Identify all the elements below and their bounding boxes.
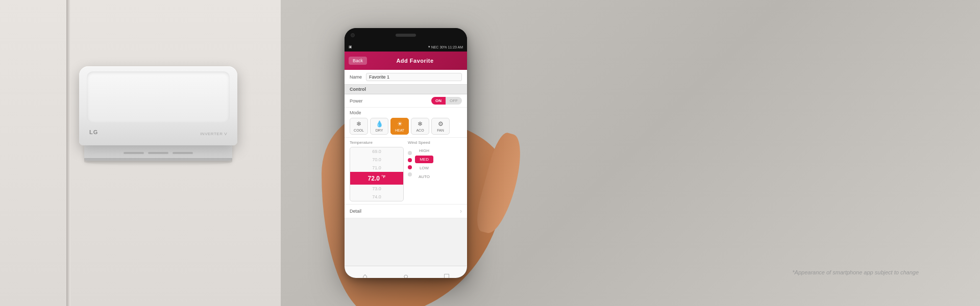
wind-dot-auto — [408, 172, 412, 176]
cool-icon: ❄ — [356, 120, 361, 128]
wind-speed-section: Wind Speed HIGH MED LOW — [408, 140, 462, 201]
dry-icon: 💧 — [376, 120, 383, 128]
phone-hand-container: ▣ ▾ NEC 30% 11:23 AM Back Add Favorite N… — [296, 0, 531, 306]
aco-label: ACO — [416, 129, 424, 132]
detail-arrow: › — [460, 208, 462, 215]
wind-dot-med — [408, 158, 412, 162]
mode-row: Mode ❄ COOL 💧 DRY ☀ HEAT — [345, 108, 467, 138]
phone-camera — [351, 33, 355, 37]
wind-dot-high — [408, 151, 412, 155]
mode-fan[interactable]: ⚙ FAN — [431, 118, 450, 135]
wind-dots — [408, 147, 412, 176]
ac-front-panel — [87, 71, 230, 122]
status-right-icons: ▾ NEC 30% 11:23 AM — [428, 45, 463, 49]
app-title: Add Favorite — [367, 58, 463, 64]
mode-buttons: ❄ COOL 💧 DRY ☀ HEAT ❄ A — [350, 118, 462, 135]
signal-icon: NEC — [431, 45, 439, 49]
back-button[interactable]: Back — [349, 57, 367, 65]
wind-levels: HIGH MED LOW AUTO — [415, 147, 433, 181]
temp-71: 71.0 — [350, 164, 403, 172]
scene: LG INVERTER V ▣ ▾ — [0, 0, 980, 306]
temperature-scroll[interactable]: 69.0 70.0 71.0 72.0 °F 73.0 74.0 — [350, 147, 404, 201]
temperature-section: Temperature 69.0 70.0 71.0 72.0 °F 73.0 … — [350, 140, 404, 201]
power-on-button[interactable]: ON — [431, 97, 446, 105]
power-toggle[interactable]: ON OFF — [431, 97, 462, 105]
power-row: Power ON OFF — [345, 94, 467, 108]
clock: 11:23 AM — [448, 45, 463, 49]
dry-label: DRY — [376, 129, 383, 132]
mode-dry[interactable]: 💧 DRY — [370, 118, 388, 135]
heat-icon: ☀ — [397, 120, 403, 128]
phone: ▣ ▾ NEC 30% 11:23 AM Back Add Favorite N… — [345, 28, 467, 278]
mode-aco[interactable]: ❄ ACO — [411, 118, 429, 135]
ac-unit: LG INVERTER V — [79, 66, 237, 158]
disclaimer: *Appearance of smartphone app subject to… — [792, 269, 919, 275]
name-field-row: Name Favorite 1 — [345, 70, 467, 85]
ac-vents — [124, 152, 193, 154]
mode-label: Mode — [350, 110, 462, 115]
ac-shadow — [84, 158, 232, 166]
mode-cool[interactable]: ❄ COOL — [350, 118, 368, 135]
app-header: Back Add Favorite — [345, 52, 467, 70]
fan-label: FAN — [437, 129, 444, 132]
ac-vent — [124, 152, 144, 154]
status-icons: ▣ — [349, 45, 352, 49]
home-nav-icon[interactable]: ○ — [403, 272, 408, 278]
phone-speaker — [396, 34, 416, 37]
battery-level: 30% — [439, 45, 447, 49]
fan-icon: ⚙ — [438, 120, 444, 128]
name-label: Name — [350, 74, 362, 80]
status-bar: ▣ ▾ NEC 30% 11:23 AM — [345, 42, 467, 52]
ac-badge: INVERTER V — [200, 132, 227, 136]
ac-logo: LG — [89, 129, 98, 135]
temp-69: 69.0 — [350, 147, 403, 156]
power-off-button[interactable]: OFF — [446, 97, 462, 105]
control-section-label: Control — [345, 85, 467, 94]
mode-heat[interactable]: ☀ HEAT — [390, 118, 409, 135]
app-screen: Back Add Favorite Name Favorite 1 Contro… — [345, 52, 467, 266]
wind-auto[interactable]: AUTO — [415, 173, 433, 181]
wifi-icon: ▾ — [428, 45, 430, 49]
menu-nav-icon[interactable]: □ — [444, 272, 449, 278]
ac-vent — [148, 152, 168, 154]
heat-label: HEAT — [395, 129, 404, 132]
wind-dot-low — [408, 165, 412, 169]
power-label: Power — [350, 98, 363, 104]
detail-row[interactable]: Detail › — [345, 205, 467, 218]
wall-edge — [66, 0, 70, 306]
name-input[interactable]: Favorite 1 — [366, 73, 462, 81]
phone-bottom-nav: ⌂ ○ □ — [345, 266, 467, 278]
wind-low[interactable]: LOW — [415, 164, 433, 172]
ac-body: LG INVERTER V — [79, 66, 237, 145]
wind-speed-label: Wind Speed — [408, 140, 462, 145]
temp-wind-row: Temperature 69.0 70.0 71.0 72.0 °F 73.0 … — [345, 138, 467, 205]
temp-74: 74.0 — [350, 193, 403, 201]
wind-controls: HIGH MED LOW AUTO — [408, 147, 462, 181]
detail-label: Detail — [350, 209, 361, 214]
temp-70: 70.0 — [350, 156, 403, 164]
cool-label: COOL — [354, 129, 364, 132]
temp-73: 73.0 — [350, 185, 403, 193]
back-nav-icon[interactable]: ⌂ — [362, 272, 368, 278]
temp-unit: °F — [381, 174, 385, 179]
wind-high[interactable]: HIGH — [415, 147, 433, 155]
temperature-label: Temperature — [350, 140, 404, 145]
aco-icon: ❄ — [418, 120, 423, 128]
wind-med[interactable]: MED — [415, 156, 433, 163]
temp-72-selected: 72.0 °F — [350, 172, 403, 185]
ac-vent — [173, 152, 193, 154]
phone-top-bar — [345, 28, 467, 42]
